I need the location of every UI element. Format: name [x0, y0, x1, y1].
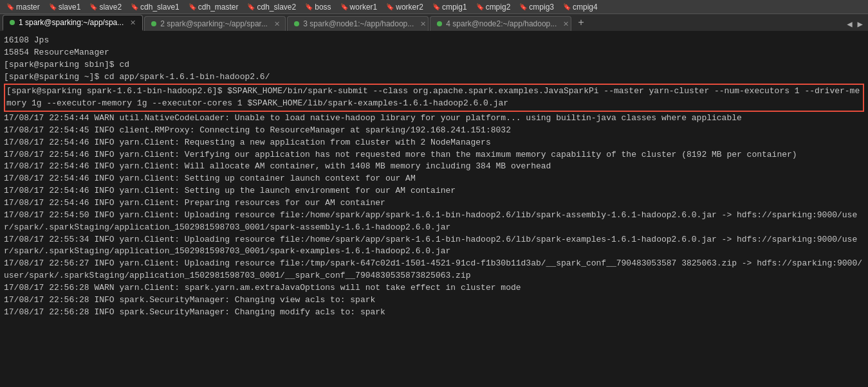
- bookmark-icon: 🔖: [49, 3, 57, 10]
- tab-bar: 1 spark@sparking:~/app/spa... ✕ 2 spark@…: [0, 14, 868, 32]
- tab-close-button[interactable]: ✕: [130, 19, 136, 27]
- tab-next-button[interactable]: ▶: [855, 19, 865, 30]
- tab-label: 1 spark@sparking:~/app/spa...: [19, 18, 124, 27]
- tab-status-dot: [437, 21, 442, 26]
- terminal-line: 17/08/17 22:54:46 INFO yarn.Client: Will…: [4, 161, 864, 173]
- terminal-line: 17/08/17 22:56:27 INFO yarn.Client: Uplo…: [4, 258, 864, 282]
- new-tab-button[interactable]: +: [573, 15, 589, 31]
- tab-close-button[interactable]: ✕: [274, 20, 280, 28]
- tab-status-dot: [10, 20, 15, 25]
- bookmark-icon: 🔖: [247, 3, 255, 10]
- bookmark-icon: 🔖: [189, 3, 196, 10]
- bookmark-item-worker1[interactable]: 🔖worker1: [337, 2, 382, 12]
- bookmark-icon: 🔖: [476, 3, 484, 10]
- bookmark-icon: 🔖: [386, 3, 394, 10]
- terminal-line: 17/08/17 22:54:46 INFO yarn.Client: Sett…: [4, 173, 864, 185]
- tab-status-dot: [151, 21, 156, 26]
- bookmark-item-cmpig1[interactable]: 🔖cmpig1: [429, 2, 471, 12]
- tab-3[interactable]: 3 spark@node1:~/app/hadoop... ✕: [287, 16, 429, 31]
- terminal-line: 17/08/17 22:54:46 INFO yarn.Client: Prep…: [4, 197, 864, 210]
- terminal-line: 17/08/17 22:54:46 INFO yarn.Client: Veri…: [4, 149, 864, 161]
- terminal-content: 16108 Jps15854 ResourceManager[spark@spa…: [0, 32, 868, 386]
- tab-prev-button[interactable]: ◀: [844, 19, 854, 30]
- bookmark-item-cmpig2[interactable]: 🔖cmpig2: [472, 2, 515, 12]
- terminal-line: 17/08/17 22:55:34 INFO yarn.Client: Uplo…: [4, 234, 864, 258]
- terminal-line: 17/08/17 22:56:28 INFO spark.SecurityMan…: [4, 307, 864, 319]
- bookmark-item-cdh_master[interactable]: 🔖cdh_master: [185, 2, 243, 12]
- bookmark-item-cmpig3[interactable]: 🔖cmpig3: [515, 2, 558, 12]
- bookmark-icon: 🔖: [519, 3, 527, 10]
- bookmark-icon: 🔖: [131, 3, 138, 10]
- bookmark-item-slave1[interactable]: 🔖slave1: [45, 2, 85, 12]
- bookmark-item-cdh_slave1[interactable]: 🔖cdh_slave1: [127, 2, 183, 12]
- terminal-line: 17/08/17 22:54:44 WARN util.NativeCodeLo…: [4, 113, 864, 125]
- bookmark-item-worker2[interactable]: 🔖worker2: [382, 2, 427, 12]
- tab-1[interactable]: 1 spark@sparking:~/app/spa... ✕: [3, 15, 143, 31]
- bookmark-item-cdh_slave2[interactable]: 🔖cdh_slave2: [243, 2, 300, 12]
- terminal-line: 17/08/17 22:56:28 INFO spark.SecurityMan…: [4, 294, 864, 307]
- tab-close-button[interactable]: ✕: [563, 20, 569, 28]
- terminal-line: 17/08/17 22:54:50 INFO yarn.Client: Uplo…: [4, 210, 864, 234]
- bookmark-icon: 🔖: [89, 3, 97, 10]
- bookmark-item-master[interactable]: 🔖master: [3, 2, 44, 12]
- bookmark-icon: 🔖: [563, 3, 571, 10]
- bookmark-item-boss[interactable]: 🔖boss: [301, 2, 335, 12]
- terminal-line: 15854 ResourceManager: [4, 47, 864, 59]
- terminal-line: 16108 Jps: [4, 35, 864, 47]
- tab-4[interactable]: 4 spark@node2:~/app/hadoop... ✕: [430, 16, 571, 31]
- tab-2[interactable]: 2 spark@sparking:~/app/spar... ✕: [144, 16, 286, 31]
- bookmark-icon: 🔖: [432, 3, 440, 10]
- terminal-line: 17/08/17 22:56:28 WARN yarn.Client: spar…: [4, 282, 864, 294]
- bookmark-item-cmpig4[interactable]: 🔖cmpig4: [559, 2, 602, 12]
- highlighted-command-line: [spark@sparking spark-1.6.1-bin-hadoop2.…: [4, 84, 864, 112]
- tab-close-button[interactable]: ✕: [420, 20, 426, 28]
- tab-navigation: ◀ ▶: [844, 19, 865, 31]
- terminal-line: 17/08/17 22:54:46 INFO yarn.Client: Requ…: [4, 137, 864, 149]
- bookmark-icon: 🔖: [340, 3, 348, 10]
- bookmark-icon: 🔖: [305, 3, 313, 10]
- tab-status-dot: [294, 21, 299, 26]
- terminal-line: 17/08/17 22:54:45 INFO client.RMProxy: C…: [4, 125, 864, 137]
- tab-label: 4 spark@node2:~/app/hadoop...: [446, 19, 557, 28]
- terminal-line: [spark@sparking sbin]$ cd: [4, 59, 864, 71]
- bookmarks-bar: 🔖master🔖slave1🔖slave2🔖cdh_slave1🔖cdh_mas…: [0, 0, 868, 14]
- terminal-line: [spark@sparking ~]$ cd app/spark-1.6.1-b…: [4, 71, 864, 84]
- tab-label: 3 spark@node1:~/app/hadoop...: [303, 19, 414, 28]
- bookmark-item-slave2[interactable]: 🔖slave2: [86, 2, 125, 12]
- terminal-line: 17/08/17 22:54:46 INFO yarn.Client: Sett…: [4, 185, 864, 197]
- bookmark-icon: 🔖: [6, 3, 14, 10]
- tab-label: 2 spark@sparking:~/app/spar...: [160, 19, 268, 28]
